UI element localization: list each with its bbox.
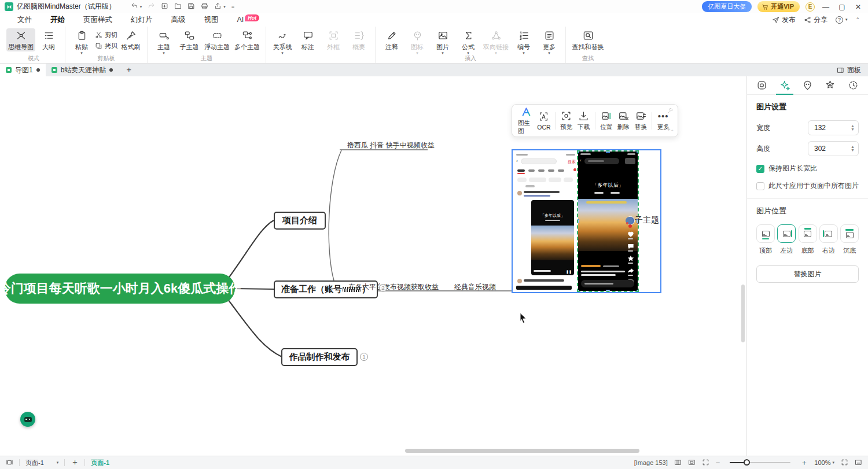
position-option-bottom[interactable]: 底部 bbox=[799, 224, 817, 255]
menu-tab-view[interactable]: 视图 bbox=[195, 13, 228, 26]
ocr-button[interactable]: OCR bbox=[535, 111, 553, 131]
replace-image-button[interactable]: 替换图片 bbox=[756, 265, 859, 283]
height-input[interactable] bbox=[808, 145, 842, 153]
export-button[interactable] bbox=[214, 2, 222, 12]
download-button[interactable]: 下载 bbox=[575, 110, 593, 131]
ribbon-button-numbering[interactable]: 编号 ▾ bbox=[512, 28, 536, 54]
panel-toggle-button[interactable]: 面板 bbox=[830, 65, 868, 75]
position-option-right[interactable]: 右边 bbox=[819, 224, 838, 255]
zoom-in-button[interactable]: ＋ bbox=[800, 457, 808, 468]
image-to-image-button[interactable]: 图生图 bbox=[518, 106, 535, 135]
vip-button[interactable]: 开通VIP bbox=[757, 1, 800, 12]
keep-aspect-ratio-option[interactable]: 保持图片长宽比 bbox=[756, 164, 859, 173]
ai-assistant-button[interactable] bbox=[20, 412, 35, 427]
menu-tab-home[interactable]: 开始 bbox=[41, 13, 74, 26]
subtopic-node[interactable]: 子主题 bbox=[626, 215, 659, 226]
page-panel-button[interactable] bbox=[6, 459, 13, 467]
zoom-level-dropdown[interactable]: 100% ▾ bbox=[814, 459, 834, 466]
image-replace-button[interactable]: 替换 bbox=[632, 110, 649, 131]
minimize-button[interactable]: — bbox=[821, 3, 831, 11]
ribbon-button-multiple-topics[interactable]: 多个主题 bbox=[233, 28, 262, 51]
sidebar-tab-marker[interactable] bbox=[797, 76, 817, 95]
fit-frame-button[interactable] bbox=[688, 459, 696, 467]
sidebar-tab-history[interactable] bbox=[843, 76, 863, 95]
image-delete-button[interactable]: 删除 bbox=[615, 110, 632, 131]
menu-tab-file[interactable]: 文件 bbox=[8, 13, 41, 26]
page-dropdown[interactable]: 页面-1 ▾ bbox=[25, 459, 58, 467]
ribbon-button-picture[interactable]: 图片 ▾ bbox=[431, 28, 455, 54]
customize-toolbar-button[interactable]: ≡ bbox=[231, 4, 234, 10]
collapse-ribbon-button[interactable]: ⌃ bbox=[855, 17, 860, 23]
close-button[interactable]: ✕ bbox=[853, 3, 863, 11]
undo-caret[interactable]: ▾ bbox=[140, 5, 142, 9]
image-position-button[interactable]: 位置 bbox=[597, 110, 615, 131]
height-stepper[interactable]: ▲▼ bbox=[851, 145, 858, 152]
undo-button[interactable] bbox=[131, 2, 138, 12]
print-button[interactable] bbox=[201, 2, 208, 12]
subtopic-watermelon-income[interactable]: 撸西瓜 抖音 快手中视频收益 bbox=[347, 141, 435, 150]
resize-handle-n[interactable] bbox=[606, 152, 610, 153]
width-stepper[interactable]: ▲▼ bbox=[851, 124, 858, 131]
resize-handle-se[interactable] bbox=[637, 290, 638, 291]
ribbon-button-formula[interactable]: 公式 ▾ bbox=[456, 28, 480, 54]
ribbon-button-cut[interactable]: 剪切 bbox=[95, 31, 117, 39]
sidebar-tab-style[interactable] bbox=[752, 76, 772, 95]
save-button[interactable] bbox=[187, 2, 195, 12]
fit-screen-button[interactable] bbox=[702, 459, 709, 467]
resize-handle-w[interactable] bbox=[578, 219, 579, 223]
ribbon-button-copy[interactable]: 拷贝 bbox=[95, 42, 117, 50]
subtopic-classic-music-video[interactable]: 经典音乐视频 bbox=[454, 282, 496, 292]
menu-tab-ai[interactable]: AIHot bbox=[228, 13, 269, 26]
menu-tab-advanced[interactable]: 高级 bbox=[162, 13, 195, 26]
doc-tab-map1[interactable]: 导图1 bbox=[0, 64, 46, 76]
ribbon-button-find-replace[interactable]: 查找和替换 bbox=[570, 28, 606, 51]
topic-production-publish[interactable]: 作品制作和发布 bbox=[281, 348, 358, 366]
resize-handle-ne[interactable] bbox=[637, 152, 638, 153]
ribbon-button-callout[interactable]: 标注 bbox=[296, 28, 320, 51]
sidebar-tab-clipart[interactable] bbox=[821, 76, 840, 95]
export-caret[interactable]: ▾ bbox=[223, 5, 226, 9]
menu-tab-slides[interactable]: 幻灯片 bbox=[122, 13, 162, 26]
ribbon-button-more-insert[interactable]: 更多 ▾ bbox=[537, 28, 561, 54]
ribbon-button-relationship[interactable]: 关系线 ▾ bbox=[270, 28, 295, 54]
preview-button[interactable]: 预览 bbox=[558, 110, 575, 131]
add-page-button[interactable]: ＋ bbox=[71, 457, 79, 468]
topic-project-intro[interactable]: 项目介绍 bbox=[274, 212, 326, 230]
fullscreen-button[interactable] bbox=[841, 459, 848, 467]
open-button[interactable] bbox=[174, 2, 182, 12]
position-option-top[interactable]: 顶部 bbox=[756, 224, 775, 255]
collapse-statusbar-button[interactable] bbox=[855, 459, 862, 467]
zoom-slider[interactable] bbox=[730, 462, 790, 463]
new-tab-button[interactable]: ＋ bbox=[119, 65, 138, 75]
width-input[interactable] bbox=[808, 124, 842, 132]
page-tab-active[interactable]: 页面-1 bbox=[91, 459, 109, 467]
ribbon-button-outline[interactable]: 大纲 bbox=[36, 28, 61, 51]
resize-handle-nw[interactable] bbox=[578, 152, 579, 153]
subtopic-platform-income[interactable]: 在各大平台发布视频获取收益 bbox=[348, 282, 439, 292]
resize-handle-s[interactable] bbox=[606, 290, 610, 291]
sidebar-tab-ai-settings[interactable] bbox=[775, 76, 795, 95]
ribbon-button-note[interactable]: 注释 bbox=[380, 28, 404, 51]
new-document-button[interactable] bbox=[161, 2, 168, 12]
ribbon-button-subtopic[interactable]: 子主题 bbox=[177, 28, 201, 51]
ribbon-button-mindmap[interactable]: 思维导图 bbox=[6, 28, 35, 51]
apply-to-all-option[interactable]: 此尺寸应用于页面中所有图片 bbox=[756, 181, 859, 191]
publish-button[interactable]: 发布 bbox=[772, 15, 796, 25]
multi-page-view-button[interactable] bbox=[674, 459, 682, 467]
position-option-left[interactable]: 左边 bbox=[777, 224, 796, 255]
resize-handle-e[interactable] bbox=[637, 219, 638, 223]
vertical-scrollbar[interactable] bbox=[741, 285, 745, 342]
ribbon-button-floating-topic[interactable]: 浮动主题 bbox=[203, 28, 231, 51]
help-button[interactable]: ?▾ bbox=[836, 16, 848, 24]
resize-handle-sw[interactable] bbox=[578, 290, 579, 291]
menu-tab-page-style[interactable]: 页面样式 bbox=[74, 13, 122, 26]
ribbon-button-topic[interactable]: 主题 ▾ bbox=[152, 28, 176, 54]
topic-count-badge-1[interactable]: 1 bbox=[360, 353, 368, 361]
ribbon-button-paste[interactable]: 粘贴 ▾ bbox=[69, 28, 94, 54]
redo-button[interactable] bbox=[148, 2, 155, 12]
doc-tab-bilibili[interactable]: b站卖天涯神贴 bbox=[46, 64, 119, 76]
horizontal-scrollbar[interactable] bbox=[405, 449, 639, 453]
position-option-behind[interactable]: 沉底 bbox=[840, 224, 859, 255]
maximize-button[interactable]: ▢ bbox=[837, 3, 847, 11]
zoom-out-button[interactable]: − bbox=[716, 459, 720, 467]
